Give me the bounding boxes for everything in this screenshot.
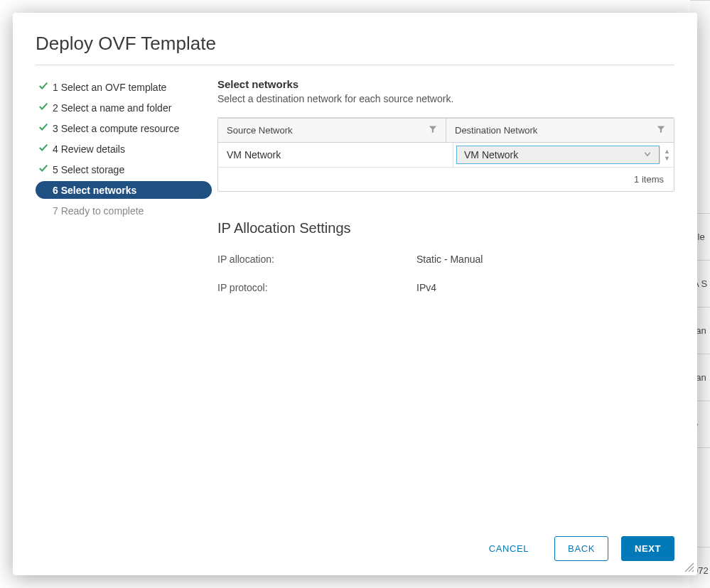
wizard-step-label: 4 Review details bbox=[53, 143, 125, 155]
filter-icon[interactable] bbox=[429, 125, 437, 136]
next-button[interactable]: NEXT bbox=[621, 536, 674, 561]
back-button[interactable]: BACK bbox=[554, 536, 608, 561]
check-icon bbox=[38, 102, 53, 114]
wizard-step-1[interactable]: 1 Select an OVF template bbox=[36, 78, 212, 96]
ip-allocation-heading: IP Allocation Settings bbox=[217, 220, 674, 236]
wizard-step-label: 6 Select networks bbox=[53, 185, 136, 196]
table-row: VM Network VM Network ▲ ▼ bbox=[218, 143, 674, 168]
section-heading: Select networks bbox=[217, 78, 674, 90]
deploy-ovf-modal: Deploy OVF Template 1 Select an OVF temp… bbox=[13, 13, 697, 575]
wizard-step-6[interactable]: 6 Select networks bbox=[36, 181, 212, 199]
wizard-step-label: 7 Ready to complete bbox=[53, 205, 144, 217]
col-label: Source Network bbox=[227, 125, 292, 136]
table-footer: 1 items bbox=[218, 168, 674, 191]
col-destination-network[interactable]: Destination Network bbox=[446, 119, 674, 142]
chevron-down-icon bbox=[643, 149, 652, 160]
kv-key: IP protocol: bbox=[217, 282, 416, 293]
dropdown-value: VM Network bbox=[464, 149, 518, 160]
wizard-steps: 1 Select an OVF template 2 Select a name… bbox=[36, 78, 212, 526]
kv-value: Static - Manual bbox=[416, 254, 483, 265]
wizard-step-label: 5 Select storage bbox=[53, 164, 124, 175]
wizard-step-label: 1 Select an OVF template bbox=[53, 82, 166, 93]
step-content: Select networks Select a destination net… bbox=[212, 78, 674, 526]
destination-network-cell: VM Network ▲ ▼ bbox=[453, 143, 674, 167]
items-count: 1 items bbox=[634, 174, 664, 185]
modal-title: Deploy OVF Template bbox=[36, 33, 674, 65]
destination-network-dropdown[interactable]: VM Network bbox=[456, 146, 660, 164]
resize-grip-icon[interactable] bbox=[684, 562, 694, 572]
ip-allocation-row: IP allocation: Static - Manual bbox=[217, 254, 674, 265]
check-icon bbox=[38, 205, 53, 217]
cancel-button[interactable]: CANCEL bbox=[476, 537, 542, 560]
kv-key: IP allocation: bbox=[217, 254, 416, 265]
wizard-step-7: 7 Ready to complete bbox=[36, 202, 212, 219]
filter-icon[interactable] bbox=[657, 125, 665, 136]
check-icon bbox=[38, 143, 53, 155]
wizard-step-label: 3 Select a compute resource bbox=[53, 123, 179, 134]
wizard-step-3[interactable]: 3 Select a compute resource bbox=[36, 119, 212, 137]
check-icon bbox=[38, 163, 53, 175]
wizard-step-5[interactable]: 5 Select storage bbox=[36, 160, 212, 178]
check-icon bbox=[38, 122, 53, 134]
section-subtitle: Select a destination network for each so… bbox=[217, 93, 674, 104]
col-source-network[interactable]: Source Network bbox=[218, 119, 446, 142]
caret-up-icon[interactable]: ▲ bbox=[664, 148, 670, 155]
wizard-step-4[interactable]: 4 Review details bbox=[36, 140, 212, 158]
check-icon bbox=[38, 81, 53, 93]
kv-value: IPv4 bbox=[416, 282, 436, 293]
col-label: Destination Network bbox=[455, 125, 537, 136]
ip-protocol-row: IP protocol: IPv4 bbox=[217, 282, 674, 293]
wizard-footer: CANCEL BACK NEXT bbox=[36, 526, 674, 561]
wizard-step-label: 2 Select a name and folder bbox=[53, 102, 171, 114]
source-network-cell: VM Network bbox=[218, 143, 453, 167]
table-header: Source Network Destination Network bbox=[218, 119, 674, 143]
wizard-step-2[interactable]: 2 Select a name and folder bbox=[36, 99, 212, 116]
networks-table: Source Network Destination Network VM Ne… bbox=[217, 118, 674, 192]
check-icon bbox=[38, 184, 53, 196]
scroll-arrows[interactable]: ▲ ▼ bbox=[660, 146, 674, 163]
caret-down-icon[interactable]: ▼ bbox=[664, 155, 670, 162]
